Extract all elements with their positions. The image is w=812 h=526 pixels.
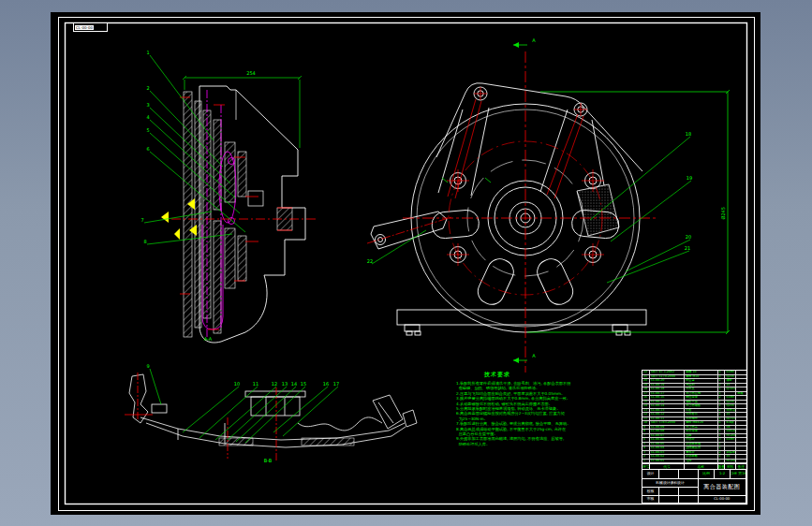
parts-list-cell: 65Mn [725, 438, 736, 442]
parts-list-cell: CL-00-16 [650, 396, 685, 400]
parts-list-cell: CL-00-04 [650, 446, 685, 450]
parts-list-cell: 1 [718, 392, 726, 396]
leader-line [245, 387, 305, 443]
parts-list-cell: 8.8级 [725, 421, 736, 425]
parts-list-cell [736, 446, 746, 450]
front-view [367, 42, 730, 373]
parts-list-cell: 1 [718, 455, 726, 459]
parts-list-cell [736, 430, 746, 433]
parts-list-cell: 1 [718, 426, 726, 430]
technical-requirements: 技术要求 1.装配前所有零件必须清洗干净, 去除毛刺、油污, 各配合表面不得 有… [456, 371, 625, 446]
parts-list-cell: 10 [642, 421, 650, 425]
parts-list-cell [725, 392, 736, 396]
parts-list-cell [736, 409, 746, 413]
scale-value: 1:2 [715, 470, 731, 479]
parts-list-cell [736, 417, 746, 421]
parts-list-cell [736, 434, 746, 438]
parts-list-cell: CL-00-08 [650, 430, 685, 433]
parts-list-cell: 15 [642, 401, 650, 404]
leader-line [590, 137, 690, 220]
drawing-title: 离合器装配图 [699, 479, 746, 496]
parts-list-cell: 2 [718, 384, 726, 387]
parts-list-cell: CL-00-01 [650, 460, 685, 463]
parts-list-cell: 1 [718, 430, 726, 433]
parts-list-cell: 螺栓 M8×20 [685, 421, 717, 425]
sign-label: 设计 [642, 470, 659, 479]
parts-list-cell [736, 421, 746, 425]
title-block: 设计 比例 1:2 共1张 第1张 机械设计课程设计 离合器装配图 校核 审核 … [642, 469, 747, 504]
parts-list-cell: 08 [725, 426, 736, 430]
parts-list-cell: 摩擦片 [685, 451, 717, 455]
parts-list-cell: 飞轮 [685, 460, 717, 463]
parts-list-cell [736, 455, 746, 459]
parts-list-cell [736, 404, 746, 408]
parts-list-cell: 1 [718, 460, 726, 463]
parts-list-cell: Q235 [725, 401, 736, 404]
parts-list-cell: 7 [642, 434, 650, 438]
parts-list-cell: 65Mn [725, 371, 736, 374]
parts-list-cell: 扭转减振器 [685, 446, 717, 450]
parts-list-cell: 14 [642, 404, 650, 408]
parts-list-cell: GCr15 [725, 417, 736, 421]
parts-list-cell: 65Mn [725, 396, 736, 400]
parts-list-cell: 8 [642, 430, 650, 433]
leader-line [150, 120, 236, 198]
sign-name-cell [659, 470, 679, 479]
parts-list-cell: GB/T 6170-2000 [650, 375, 685, 379]
parts-list-cell: 分离套筒 [685, 413, 717, 416]
parts-list-cell: 5 [642, 443, 650, 446]
parts-list-cell [736, 384, 746, 387]
parts-list-cell: 回位弹簧 [685, 396, 717, 400]
parts-list-cell: 垫圈 10 [685, 371, 717, 374]
parts-list-cell [736, 371, 746, 374]
parts-list-cell: 3 [718, 438, 726, 442]
parts-list-cell: 膜片弹簧 [685, 430, 717, 433]
parts-list-cell: 球头销 [685, 384, 717, 387]
parts-list-cell: 11 [642, 417, 650, 421]
parts-list-cell: CL-00-11 [650, 417, 685, 421]
parts-list-cell: 45 [725, 455, 736, 459]
parts-list-cell: CL-00-12 [650, 413, 685, 416]
parts-list-cell: 1 [718, 413, 726, 416]
parts-list-cell: 60Si2MnA [725, 430, 736, 433]
parts-list-cell [736, 396, 746, 400]
parts-list-cell [736, 426, 746, 430]
parts-list-cell: 45 [725, 384, 736, 387]
parts-list-cell: HT250 [725, 460, 736, 463]
parts-list-cell: 21 [642, 375, 650, 379]
parts-list-cell: 4 [718, 375, 726, 379]
parts-list-cell [736, 460, 746, 463]
parts-list-cell: 橡胶 [725, 379, 736, 383]
parts-list-cell: 1 [718, 443, 726, 446]
parts-list-cell: CL-00-15 [650, 401, 685, 404]
parts-list-cell: 压盘 [685, 434, 717, 438]
parts-list-cell: 1 [718, 434, 726, 438]
parts-list-cell: 4 [642, 446, 650, 450]
parts-list-cell: 12 [642, 413, 650, 416]
course-name: 机械设计课程设计 [642, 479, 699, 488]
parts-list-cell [736, 443, 746, 446]
parts-list-cell: 防尘罩 [685, 379, 717, 383]
scale-label: 比例 [699, 470, 715, 479]
parts-list-cell: 1 [642, 460, 650, 463]
parts-list-cell: 6 [718, 421, 726, 425]
parts-list-cell: 1 [718, 417, 726, 421]
parts-list-cell: GB/T 5783-2000 [650, 421, 685, 425]
parts-list-cell: 6 [642, 438, 650, 442]
sign-date-cell [679, 496, 699, 504]
parts-list-cell: 从动盘毂 [685, 455, 717, 459]
parts-list-rows: 22GB/T 97.1-2002垫圈 10465Mn21GB/T 6170-20… [642, 371, 746, 463]
leader-line [150, 369, 161, 404]
tech-requirements-title: 技术要求 [484, 371, 625, 379]
parts-list-cell [736, 387, 746, 391]
parts-list-cell: 从动盘总成 [685, 443, 717, 446]
leader-line [626, 240, 690, 271]
parts-list-cell: 总成 [736, 392, 746, 396]
parts-list-cell: 衬套 [685, 409, 717, 413]
parts-list-cell: CL-00-20 [650, 379, 685, 383]
parts-list-cell [736, 438, 746, 442]
parts-list-cell [736, 375, 746, 379]
parts-list-cell: QT450-10 [725, 387, 736, 391]
drawing-no-cell: CL-00-00 [699, 496, 746, 504]
parts-list-cell: CL-00-13 [650, 409, 685, 413]
